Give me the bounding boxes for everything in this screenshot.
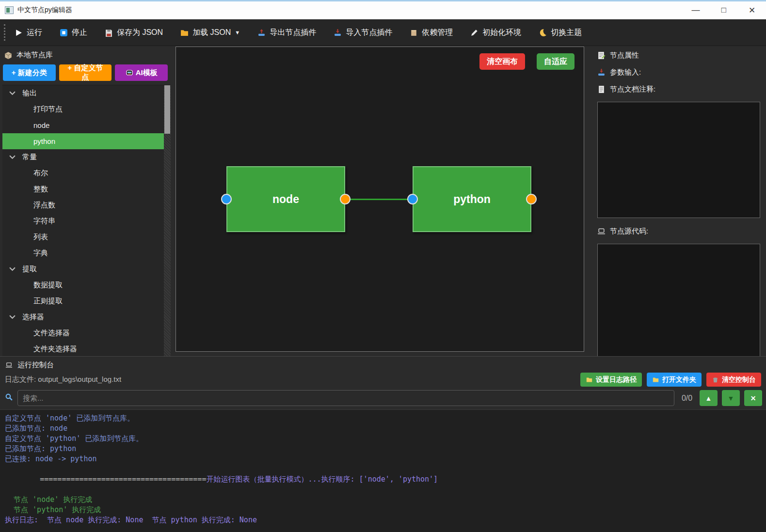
log-line: 节点 'node' 执行完成: [5, 495, 761, 505]
tree-item-python-selected[interactable]: python: [2, 133, 171, 149]
app-window: 中文节点py编辑器 — □ ✕ 运行 停止 保存为 JSON 加载 JSON ▼: [0, 0, 766, 532]
tree-item-list[interactable]: 列表: [2, 229, 171, 245]
chevron-down-icon: [9, 155, 16, 159]
custom-node-button[interactable]: + 自定义节点: [59, 64, 112, 81]
fit-view-button[interactable]: 自适应: [537, 53, 574, 70]
dependency-button[interactable]: 依赖管理: [410, 28, 453, 38]
tree-item-int[interactable]: 整数: [2, 181, 171, 197]
package-icon: [410, 29, 418, 37]
app-icon: [5, 6, 14, 14]
tree-item-regex-extract[interactable]: 正则提取: [2, 293, 171, 309]
load-json-button[interactable]: 加载 JSON ▼: [180, 28, 240, 38]
output-port[interactable]: [340, 194, 351, 204]
log-segment: 节点 'python' 执行完成: [5, 505, 101, 514]
folder-icon: [180, 29, 189, 37]
window-controls: — □ ✕: [682, 1, 766, 19]
import-plugin-button[interactable]: 导入节点插件: [334, 28, 392, 38]
tree-category-extract[interactable]: 提取: [2, 261, 171, 277]
toggle-theme-button[interactable]: 切换主题: [539, 28, 582, 38]
folder-icon: [652, 376, 659, 383]
clear-console-button[interactable]: 清空控制台: [706, 373, 761, 387]
graph-node-python[interactable]: python: [413, 166, 531, 232]
run-console-header: 运行控制台: [0, 357, 766, 372]
node-canvas[interactable]: 清空画布 自适应 node python: [176, 47, 584, 352]
log-segment: 开始运行图表（批量执行模式）...执行顺序: ['node', 'python'…: [206, 475, 438, 484]
init-env-button[interactable]: 初始化环境: [470, 28, 521, 38]
log-segment: 节点 'node' 执行完成: [5, 495, 92, 504]
play-icon: [15, 29, 23, 37]
node-tree: 输出 打印节点 node python 常量 布尔 整数 浮点数 字符串 列表 …: [2, 85, 171, 356]
source-code-label: 节点源代码:: [597, 227, 760, 236]
close-button[interactable]: ✕: [738, 1, 766, 19]
tree-item-string[interactable]: 字符串: [2, 213, 171, 229]
tree-item-file-selector[interactable]: 文件选择器: [2, 325, 171, 341]
log-segment: 执行日志: 节点 node 执行完成: None 节点 python 执行完成:…: [5, 516, 257, 524]
search-input[interactable]: [17, 390, 674, 406]
tree-scrollbar-thumb[interactable]: [164, 85, 170, 134]
log-segment: 已添加节点: python: [5, 444, 76, 453]
log-segment: 已连接: node -> python: [5, 454, 97, 463]
cube-icon: [4, 51, 13, 60]
pencil-icon: [470, 29, 479, 37]
input-port[interactable]: [221, 194, 232, 204]
tree-item-print-node[interactable]: 打印节点: [2, 101, 171, 117]
save-icon: [105, 29, 113, 37]
main-area: 本地节点库 + 新建分类 + 自定义节点 AI模板 输出 打印节点 node p…: [0, 46, 766, 356]
moon-icon: [539, 29, 547, 37]
toolbar-drag-handle[interactable]: [4, 24, 5, 41]
export-plugin-button[interactable]: 导出节点插件: [257, 28, 316, 38]
log-line: ======================================运行…: [5, 525, 761, 532]
canvas-wrap: 清空画布 自适应 node python: [171, 46, 590, 356]
save-json-button[interactable]: 保存为 JSON: [105, 28, 163, 38]
tree-category-selector[interactable]: 选择器: [2, 309, 171, 325]
search-prev-button[interactable]: ▲: [700, 390, 718, 406]
tree-item-float[interactable]: 浮点数: [2, 197, 171, 213]
tree-item-node[interactable]: node: [2, 117, 171, 133]
input-port[interactable]: [407, 194, 418, 204]
doc-comment-textarea[interactable]: [597, 102, 760, 218]
titlebar: 中文节点py编辑器 — □ ✕: [0, 0, 766, 19]
chevron-down-icon: ▼: [235, 30, 240, 35]
log-segment: 自定义节点 'python' 已添加到节点库。: [5, 434, 143, 443]
robot-icon: [126, 69, 133, 76]
run-button[interactable]: 运行: [15, 28, 42, 38]
import-icon: [597, 68, 606, 77]
laptop-icon: [5, 361, 13, 369]
log-line: 已添加节点: node: [5, 423, 761, 434]
minimize-button[interactable]: —: [682, 1, 710, 19]
log-line: 节点 'python' 执行完成: [5, 505, 761, 515]
tree-item-bool[interactable]: 布尔: [2, 165, 171, 181]
search-next-button[interactable]: ▼: [722, 390, 740, 406]
document-icon: [597, 85, 606, 94]
output-port[interactable]: [526, 194, 537, 204]
source-code-textarea[interactable]: [597, 244, 760, 360]
open-folder-button[interactable]: 打开文件夹: [647, 373, 702, 387]
tree-category-output[interactable]: 输出: [2, 85, 171, 101]
log-line: 已连接: node -> python: [5, 454, 761, 464]
node-properties-header: 节点属性: [597, 51, 760, 60]
node-library-header: 本地节点库: [0, 46, 171, 63]
ai-template-button[interactable]: AI模板: [115, 64, 168, 81]
window-title: 中文节点py编辑器: [17, 6, 72, 15]
tree-item-data-extract[interactable]: 数据提取: [2, 277, 171, 293]
search-counter: 0/0: [679, 394, 695, 403]
node-label: python: [453, 193, 491, 206]
search-close-button[interactable]: ✕: [744, 390, 762, 406]
set-log-path-button[interactable]: 设置日志路径: [580, 373, 642, 387]
library-buttons: + 新建分类 + 自定义节点 AI模板: [0, 63, 171, 85]
graph-node-node[interactable]: node: [226, 166, 345, 232]
stop-icon: [60, 29, 68, 37]
stop-button[interactable]: 停止: [60, 28, 87, 38]
tree-category-constants[interactable]: 常量: [2, 149, 171, 165]
console-log[interactable]: 自定义节点 'node' 已添加到节点库。 已添加节点: node 自定义节点 …: [0, 409, 766, 532]
folder-icon: [586, 376, 593, 383]
new-category-button[interactable]: + 新建分类: [3, 64, 56, 81]
tree-item-dict[interactable]: 字典: [2, 245, 171, 261]
maximize-button[interactable]: □: [710, 1, 738, 19]
node-properties-panel: 节点属性 参数输入: 节点文档注释: 节点源代码:: [590, 46, 766, 356]
log-line: 自定义节点 'node' 已添加到节点库。: [5, 413, 761, 423]
tree-item-folder-selector[interactable]: 文件夹选择器: [2, 341, 171, 356]
console-buttons: 设置日志路径 打开文件夹 清空控制台: [580, 373, 761, 387]
clear-canvas-button[interactable]: 清空画布: [479, 53, 525, 70]
tree-scrollbar[interactable]: [164, 85, 171, 356]
